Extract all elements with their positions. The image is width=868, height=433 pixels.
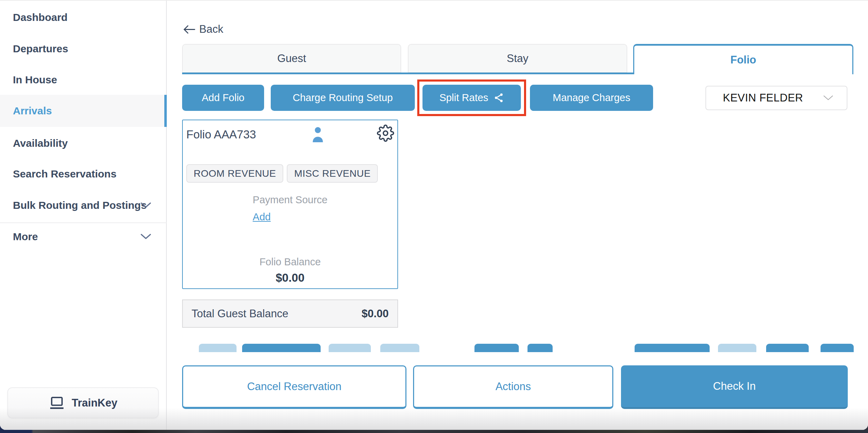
folio-balance-label: Folio Balance — [183, 256, 397, 268]
app-window: Dashboard Departures In House Arrivals A… — [0, 0, 868, 430]
guest-selector-dropdown[interactable]: KEVIN FELDER — [705, 86, 847, 110]
payment-source-label: Payment Source — [253, 194, 327, 206]
back-label: Back — [199, 23, 223, 36]
sidebar-item-label: More — [13, 231, 38, 242]
clipped-button-top — [718, 344, 756, 352]
payment-source-block: Payment Source Add — [183, 194, 397, 223]
sidebar-item-availability[interactable]: Availability — [0, 136, 167, 150]
folio-balance-value: $0.00 — [183, 271, 397, 284]
split-rates-label: Split Rates — [439, 92, 488, 104]
trainkey-button[interactable]: TrainKey — [7, 387, 159, 418]
person-icon[interactable] — [311, 125, 324, 143]
chevron-down-icon — [823, 95, 833, 101]
chevron-down-icon — [141, 234, 151, 240]
sidebar-item-more[interactable]: More — [0, 230, 167, 244]
tab-folio[interactable]: Folio — [633, 44, 853, 74]
sidebar-divider — [0, 222, 167, 223]
actions-button[interactable]: Actions — [413, 365, 613, 409]
tab-underline — [182, 73, 634, 74]
clipped-button-top — [527, 344, 553, 352]
cancel-reservation-button[interactable]: Cancel Reservation — [182, 365, 406, 409]
sidebar-item-departures[interactable]: Departures — [0, 42, 167, 56]
guest-selector-value: KEVIN FELDER — [723, 92, 803, 104]
folio-card-title: Folio AAA733 — [186, 128, 256, 141]
folio-balance-block: Folio Balance $0.00 — [183, 256, 397, 284]
folio-card: Folio AAA733 ROOM REVENUE MISC REVENUE — [182, 120, 398, 289]
total-guest-balance-bar: Total Guest Balance $0.00 — [182, 299, 398, 328]
room-revenue-chip: ROOM REVENUE — [186, 164, 283, 183]
sidebar-item-in-house[interactable]: In House — [0, 73, 167, 87]
sidebar: Dashboard Departures In House Arrivals A… — [0, 1, 167, 430]
back-button[interactable]: Back — [183, 23, 223, 36]
misc-revenue-chip: MISC REVENUE — [287, 164, 378, 183]
clipped-button-top — [635, 344, 710, 352]
clipped-button-top — [474, 344, 519, 352]
total-guest-balance-value: $0.00 — [361, 307, 389, 320]
folio-toolbar: Add Folio Charge Routing Setup Split Rat… — [182, 85, 853, 111]
sidebar-item-label: Bulk Routing and Postings — [13, 199, 147, 211]
tab-bar: Guest Stay Folio — [182, 44, 853, 74]
sidebar-item-bulk-routing-and-postings[interactable]: Bulk Routing and Postings — [0, 198, 167, 212]
clipped-button-row — [182, 344, 853, 352]
share-icon — [493, 92, 504, 103]
sidebar-item-search-reservations[interactable]: Search Reservations — [0, 167, 167, 181]
clipped-button-top — [766, 344, 809, 352]
tab-guest[interactable]: Guest — [182, 44, 401, 73]
gear-icon[interactable] — [377, 124, 394, 142]
split-rates-button[interactable]: Split Rates — [422, 85, 521, 111]
manage-charges-button[interactable]: Manage Charges — [530, 85, 653, 111]
arrow-left-icon — [183, 24, 196, 35]
split-rates-highlight-box: Split Rates — [417, 79, 526, 116]
clipped-button-top — [329, 344, 371, 352]
main-content: Back Guest Stay Folio Add Folio Charge R… — [167, 1, 868, 430]
tab-stay[interactable]: Stay — [408, 44, 627, 73]
clipped-button-top — [821, 344, 854, 352]
charge-routing-setup-button[interactable]: Charge Routing Setup — [271, 85, 415, 111]
sidebar-item-arrivals[interactable]: Arrivals — [0, 95, 167, 127]
clipped-button-top — [199, 344, 237, 352]
chevron-down-icon — [141, 203, 151, 208]
sidebar-item-dashboard[interactable]: Dashboard — [0, 10, 167, 24]
check-in-button[interactable]: Check In — [621, 365, 848, 409]
clipped-button-top — [380, 344, 419, 352]
clipped-button-top — [242, 344, 321, 352]
trainkey-label: TrainKey — [72, 397, 118, 409]
revenue-chip-row: ROOM REVENUE MISC REVENUE — [186, 164, 378, 183]
reservation-action-bar: Cancel Reservation Actions Check In — [167, 365, 868, 409]
total-guest-balance-label: Total Guest Balance — [192, 307, 288, 320]
laptop-icon — [49, 396, 65, 410]
add-payment-source-link[interactable]: Add — [253, 211, 271, 223]
add-folio-button[interactable]: Add Folio — [182, 85, 264, 111]
